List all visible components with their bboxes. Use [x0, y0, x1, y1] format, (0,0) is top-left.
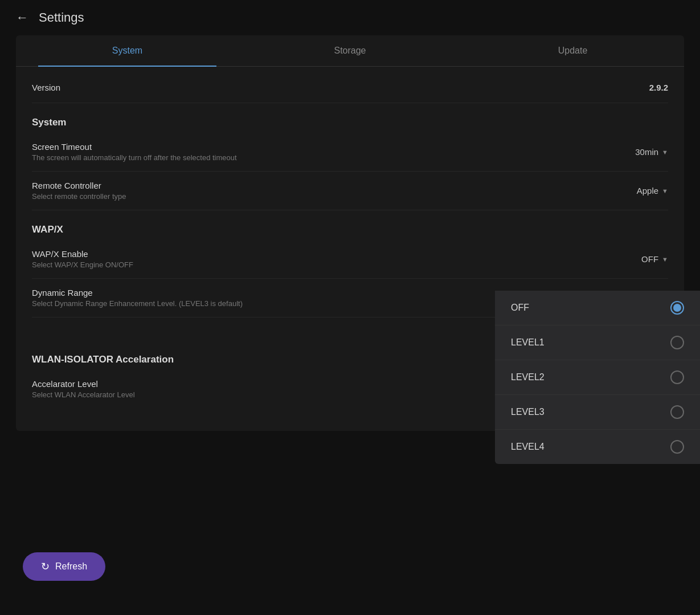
refresh-icon: ↻ — [41, 560, 50, 573]
accelarator-level-desc: Select WLAN Accelarator Level — [32, 390, 135, 399]
screen-timeout-dropdown[interactable]: 30min ▼ — [611, 147, 668, 157]
wapx-enable-title: WAP/X Enable — [32, 249, 133, 259]
refresh-button[interactable]: ↻ Refresh — [23, 552, 105, 581]
wapx-enable-row: WAP/X Enable Select WAP/X Engine ON/OFF … — [32, 240, 668, 279]
screen-timeout-title: Screen Timeout — [32, 142, 237, 152]
dropdown-item-level2-label: LEVEL2 — [511, 372, 545, 382]
wlan-section-title: WLAN-ISOLATOR Accelaration — [32, 354, 174, 365]
wapx-enable-label: WAP/X Enable Select WAP/X Engine ON/OFF — [32, 249, 133, 269]
radio-level4[interactable] — [670, 440, 684, 454]
dynamic-range-title: Dynamic Range — [32, 288, 243, 298]
remote-controller-value: Apple — [637, 186, 658, 196]
dynamic-range-desc: Select Dynamic Range Enhancement Level. … — [32, 299, 243, 308]
dropdown-item-off-label: OFF — [511, 303, 529, 313]
version-value: 2.9.2 — [649, 83, 668, 92]
dropdown-item-level3[interactable]: LEVEL3 — [495, 395, 700, 430]
system-section-title: System — [32, 117, 66, 128]
screen-timeout-value: 30min — [635, 147, 658, 157]
dropdown-item-level2[interactable]: LEVEL2 — [495, 360, 700, 395]
remote-controller-row: Remote Controller Select remote controll… — [32, 172, 668, 210]
dropdown-item-level3-label: LEVEL3 — [511, 407, 545, 417]
radio-level1[interactable] — [670, 336, 684, 349]
remote-controller-desc: Select remote controller type — [32, 192, 126, 201]
accelarator-level-label: Accelarator Level Select WLAN Accelarato… — [32, 379, 135, 399]
screen-timeout-arrow-icon: ▼ — [662, 149, 668, 156]
radio-level3[interactable] — [670, 405, 684, 419]
back-button[interactable]: ← — [16, 10, 28, 25]
header: ← Settings — [0, 0, 700, 35]
wapx-section-header: WAP/X — [32, 210, 668, 240]
accelarator-level-title: Accelarator Level — [32, 379, 135, 389]
page-title: Settings — [39, 10, 84, 25]
wapx-enable-value: OFF — [641, 254, 658, 264]
remote-controller-dropdown[interactable]: Apple ▼ — [611, 186, 668, 196]
dropdown-item-level1[interactable]: LEVEL1 — [495, 325, 700, 360]
dynamic-range-label: Dynamic Range Select Dynamic Range Enhan… — [32, 288, 243, 308]
tab-system[interactable]: System — [16, 35, 239, 66]
remote-controller-arrow-icon: ▼ — [662, 188, 668, 194]
version-label: Version — [32, 83, 60, 92]
dropdown-item-off[interactable]: OFF — [495, 291, 700, 325]
tab-storage[interactable]: Storage — [239, 35, 461, 66]
system-section-header: System — [32, 103, 668, 133]
tab-bar: System Storage Update — [16, 35, 684, 67]
wapx-enable-desc: Select WAP/X Engine ON/OFF — [32, 260, 133, 269]
radio-level2[interactable] — [670, 370, 684, 384]
dropdown-item-level1-label: LEVEL1 — [511, 337, 545, 348]
tab-update[interactable]: Update — [461, 35, 684, 66]
refresh-label: Refresh — [55, 561, 87, 572]
screen-timeout-row: Screen Timeout The screen will automatic… — [32, 133, 668, 172]
dynamic-range-dropdown-menu: OFF LEVEL1 LEVEL2 LEVEL3 LEVEL4 — [495, 291, 700, 464]
radio-off[interactable] — [670, 301, 684, 315]
version-row: Version 2.9.2 — [32, 72, 668, 103]
screen-timeout-desc: The screen will automatically turn off a… — [32, 153, 237, 162]
dropdown-item-level4[interactable]: LEVEL4 — [495, 430, 700, 464]
wapx-section-title: WAP/X — [32, 224, 63, 235]
remote-controller-label: Remote Controller Select remote controll… — [32, 181, 126, 201]
dropdown-item-level4-label: LEVEL4 — [511, 442, 545, 452]
remote-controller-title: Remote Controller — [32, 181, 126, 190]
screen-timeout-label: Screen Timeout The screen will automatic… — [32, 142, 237, 162]
wapx-enable-dropdown[interactable]: OFF ▼ — [611, 254, 668, 264]
wapx-enable-arrow-icon: ▼ — [662, 256, 668, 263]
